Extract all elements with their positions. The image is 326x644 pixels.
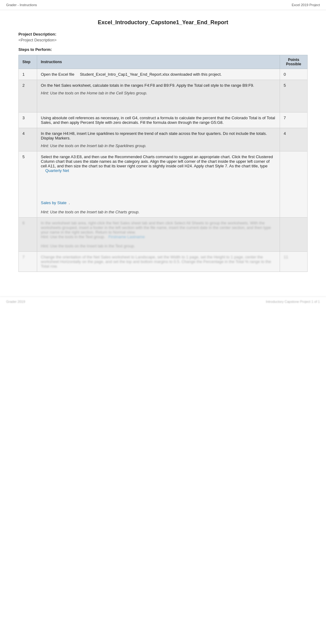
steps-to-perform-label: Steps to Perform: — [18, 47, 308, 52]
col-header-instructions: Instructions — [37, 55, 280, 69]
step-hint: Hint: Use the tools on the Home tab in t… — [41, 91, 276, 95]
step-points: 4 — [280, 128, 308, 151]
firstname-lastname-link: Firstname Lastname — [108, 234, 145, 239]
footer-right: Introductory Capstone Project 1 of 1 — [266, 300, 320, 303]
step-points — [280, 218, 308, 252]
step-points: 7 — [280, 112, 308, 128]
step-points: 11 — [280, 252, 308, 272]
step-points: 0 — [280, 69, 308, 80]
project-description-label: Project Description: — [18, 32, 308, 36]
page-title: Excel_Introductory_Capstone1_Year_End_Re… — [18, 19, 308, 26]
step-number: 5 — [19, 151, 37, 218]
quarterly-net-link[interactable]: Quarterly Net — [45, 168, 69, 173]
col-header-step: Step — [19, 55, 37, 69]
step-instructions: Open the Excel file Student_Excel_Intro_… — [37, 69, 280, 80]
table-row: 2 On the Net Sales worksheet, calculate … — [19, 80, 308, 112]
step-instructions: Select the range A3:E8, and then use the… — [37, 151, 280, 218]
step-number: 6 — [19, 218, 37, 252]
step-hint: Hint: Use the tools on the Insert tab in… — [41, 143, 276, 148]
step-points: 5 — [280, 80, 308, 112]
step-number: 3 — [19, 112, 37, 128]
step-points — [280, 151, 308, 218]
step-instructions: Using absolute cell references as necess… — [37, 112, 280, 128]
table-row: 4 In the range H4:H8, insert Line sparkl… — [19, 128, 308, 151]
step-number: 2 — [19, 80, 37, 112]
blurred-extra-text: Hint: Use the tools on the Insert tab in… — [41, 244, 135, 248]
top-bar-left: Grader - Instructions — [6, 3, 37, 7]
step-instructions: In the worksheet tab area, right-click t… — [37, 218, 280, 252]
step-number: 1 — [19, 69, 37, 80]
step-number: 7 — [19, 252, 37, 272]
table-row: 7 Change the orientation of the Net Sale… — [19, 252, 308, 272]
table-row: 1 Open the Excel file Student_Excel_Intr… — [19, 69, 308, 80]
footer-left: Grader 2019 — [6, 300, 25, 303]
step-number: 4 — [19, 128, 37, 151]
table-row: 3 Using absolute cell references as nece… — [19, 112, 308, 128]
main-content: Excel_Introductory_Capstone1_Year_End_Re… — [0, 10, 326, 290]
table-row: 5 Select the range A3:E8, and then use t… — [19, 151, 308, 218]
step-instructions: Change the orientation of the Net Sales … — [37, 252, 280, 272]
step-hint: Hint: Use the tools on the Insert tab in… — [41, 210, 140, 214]
table-header-row: Step Instructions PointsPossible — [19, 55, 308, 69]
top-bar: Grader - Instructions Excel 2019 Project — [0, 0, 326, 10]
sales-by-state-link[interactable]: Sales by State — [41, 200, 67, 205]
step-instructions: In the range H4:H8, insert Line sparklin… — [37, 128, 280, 151]
project-description-value: <Project Description> — [18, 38, 308, 42]
footer-bar: Grader 2019 Introductory Capstone Projec… — [0, 296, 326, 307]
col-header-points: PointsPossible — [280, 55, 308, 69]
table-row: 6 In the worksheet tab area, right-click… — [19, 218, 308, 252]
instructions-table: Step Instructions PointsPossible 1 Open … — [18, 55, 308, 272]
top-bar-right: Excel 2019 Project — [292, 3, 320, 7]
step-instructions: On the Net Sales worksheet, calculate to… — [37, 80, 280, 112]
